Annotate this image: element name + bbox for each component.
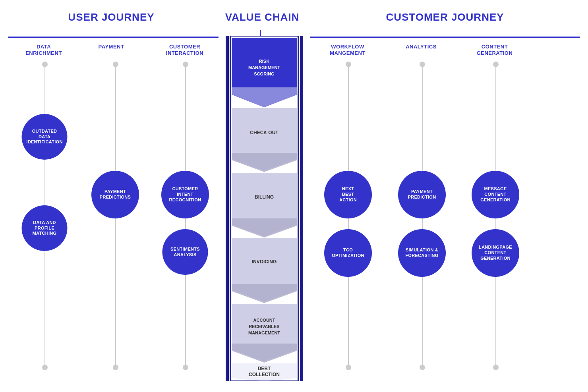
circle-message-content-generation: MESSAGECONTENTGENERATION xyxy=(472,171,519,218)
col-label-content-generation: CONTENTGENERATION xyxy=(469,44,520,56)
circle-data-profile-matching: DATA ANDPROFILEMATCHING xyxy=(22,205,68,251)
svg-text:BILLING: BILLING xyxy=(255,194,274,200)
circle-sentiments-analysis: SENTIMENTSANALYSIS xyxy=(162,229,208,275)
svg-text:INVOICING: INVOICING xyxy=(252,259,277,265)
circle-simulation-forecasting: SIMULATION &FORECASTING xyxy=(398,229,446,277)
value-chain-svg: RISK MANAGEMENT SCORING CHECK OUT BILLIN… xyxy=(226,36,303,381)
svg-text:DEBT: DEBT xyxy=(258,366,271,371)
dot-bottom-analytics xyxy=(420,365,425,370)
circle-next-best-action: NEXTBESTACTION xyxy=(324,171,372,218)
dot-top-content xyxy=(493,62,499,67)
svg-text:COLLECTION: COLLECTION xyxy=(249,372,280,377)
header-user-journey: USER JOURNEY xyxy=(0,11,222,23)
col-label-analytics: ANALYTICS xyxy=(395,44,447,50)
dot-top-data-enrichment xyxy=(42,62,48,67)
circle-outdated-data-identification: OUTDATEDDATAIDENTIFICATION xyxy=(22,114,68,160)
diagram-container: USER JOURNEY VALUE CHAIN CUSTOMER JOURNE… xyxy=(0,0,588,392)
dot-bottom-customer-interaction xyxy=(183,365,188,370)
svg-text:MANAGEMENT: MANAGEMENT xyxy=(248,65,280,70)
circle-tco-optimization: TCOOPTIMIZATION xyxy=(324,229,372,277)
circle-landingpage-content-generation: LANDINGPAGECONTENTGENERATION xyxy=(472,229,519,277)
svg-text:ACCOUNT: ACCOUNT xyxy=(253,318,275,322)
dot-bottom-data-enrichment xyxy=(42,365,48,370)
header-value-chain: VALUE CHAIN xyxy=(222,11,302,23)
dot-top-customer-interaction xyxy=(183,62,188,67)
divider-right xyxy=(310,37,580,38)
svg-text:SCORING: SCORING xyxy=(254,71,274,76)
svg-text:CHECK OUT: CHECK OUT xyxy=(250,130,279,135)
dot-top-payment xyxy=(113,62,118,67)
col-label-data-enrichment: DATAENRICHMENT xyxy=(22,44,66,56)
dot-top-analytics xyxy=(420,62,425,67)
circle-customer-intent-recognition: CUSTOMERINTENTRECOGNITION xyxy=(161,171,209,218)
dot-bottom-content xyxy=(493,365,499,370)
circle-payment-predictions: PAYMENTPREDICTIONS xyxy=(91,171,139,218)
svg-text:RECEIVABLES: RECEIVABLES xyxy=(249,324,279,329)
dot-bottom-workflow xyxy=(346,365,351,370)
col-label-workflow-management: WORKFLOWMANGEMENT xyxy=(322,44,373,56)
dot-top-workflow xyxy=(346,62,351,67)
col-label-customer-interaction: CUSTOMERINTERACTION xyxy=(161,44,209,56)
svg-text:MANAGEMENT: MANAGEMENT xyxy=(248,330,280,335)
svg-text:RISK: RISK xyxy=(259,59,269,64)
circle-payment-prediction: PAYMENTPREDICTION xyxy=(398,171,446,218)
divider-left xyxy=(8,37,219,38)
header-customer-journey: CUSTOMER JOURNEY xyxy=(302,11,588,23)
col-label-payment: PAYMENT xyxy=(89,44,133,50)
dot-bottom-payment xyxy=(113,365,118,370)
